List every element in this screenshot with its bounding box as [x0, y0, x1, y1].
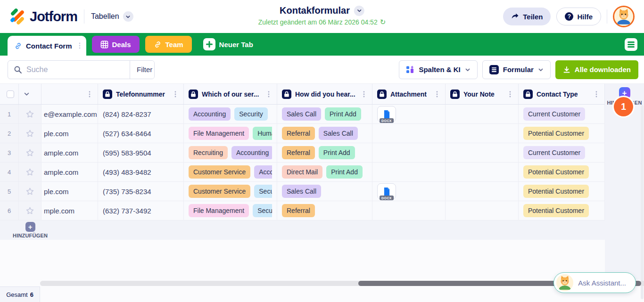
- cell-attachment[interactable]: [372, 143, 446, 162]
- cell-email[interactable]: ample.com: [41, 143, 98, 162]
- cell-attachment[interactable]: DOCX: [372, 182, 446, 201]
- tabellen-dropdown[interactable]: Tabellen: [91, 11, 133, 22]
- tag-chip[interactable]: Securi: [254, 185, 272, 198]
- tag-chip[interactable]: Referral: [282, 127, 315, 140]
- tag-chip[interactable]: Current Customer: [523, 107, 585, 121]
- tag-chip[interactable]: Print Add: [326, 165, 363, 179]
- share-button[interactable]: Teilen: [503, 8, 551, 25]
- cell-services[interactable]: RecruitingAccounting: [184, 143, 277, 162]
- tag-chip[interactable]: Accou: [254, 165, 272, 179]
- jotform-logo[interactable]: Jotform: [8, 8, 77, 25]
- tag-chip[interactable]: Accounting: [231, 146, 272, 159]
- columns-ai-button[interactable]: Spalten & KI: [399, 60, 477, 79]
- tag-chip[interactable]: File Management: [189, 127, 249, 140]
- star-icon[interactable]: [25, 148, 34, 157]
- docx-file-icon[interactable]: DOCX: [377, 183, 396, 199]
- tab-team[interactable]: Team: [145, 36, 192, 53]
- tag-chip[interactable]: Direct Mail: [282, 165, 322, 179]
- cell-contact_type[interactable]: Potential Customer: [519, 124, 605, 143]
- download-all-button[interactable]: Alle downloaden: [555, 60, 638, 79]
- cell-contact_type[interactable]: Current Customer: [519, 143, 605, 162]
- column-header-email[interactable]: [41, 84, 98, 104]
- cell-select[interactable]: 6: [0, 201, 19, 220]
- kebab-menu-icon[interactable]: [86, 90, 93, 98]
- cell-select[interactable]: 1: [0, 105, 19, 123]
- cell-note[interactable]: [446, 143, 519, 162]
- cell-heard[interactable]: Sales CallPrint Add: [277, 105, 372, 123]
- cell-contact_type[interactable]: Potential Customer: [519, 182, 605, 201]
- chevron-down-icon[interactable]: [24, 91, 30, 97]
- cell-attachment[interactable]: [372, 201, 446, 220]
- tab-contact-form[interactable]: Contact Form: [8, 36, 86, 56]
- kebab-menu-icon[interactable]: [434, 90, 440, 98]
- star-icon[interactable]: [25, 187, 34, 196]
- tag-chip[interactable]: Customer Service: [189, 165, 250, 179]
- title-chevron-down-icon[interactable]: [354, 6, 364, 16]
- tag-chip[interactable]: Print Add: [319, 146, 355, 159]
- tag-chip[interactable]: Sales Call: [282, 107, 321, 121]
- tag-chip[interactable]: Print Add: [325, 107, 361, 121]
- star-icon[interactable]: [25, 168, 34, 177]
- cell-email[interactable]: mple.com: [41, 201, 98, 220]
- cell-select[interactable]: 3: [0, 143, 19, 162]
- cell-phone[interactable]: (632) 737-3492: [98, 201, 184, 220]
- vertical-scrollbar[interactable]: [641, 105, 644, 299]
- tag-chip[interactable]: Current Customer: [523, 146, 585, 159]
- search-input[interactable]: [26, 65, 124, 74]
- cell-attachment[interactable]: [372, 124, 446, 143]
- cell-services[interactable]: File ManagementSecurit: [184, 201, 277, 220]
- column-header-heard[interactable]: How did you hear...: [277, 84, 372, 104]
- star-icon[interactable]: [25, 110, 34, 119]
- cell-email[interactable]: e@example.com: [41, 105, 98, 123]
- star-icon[interactable]: [25, 129, 34, 138]
- user-avatar[interactable]: [613, 6, 635, 27]
- column-header-note[interactable]: Your Note: [446, 84, 519, 104]
- tag-chip[interactable]: Securit: [253, 204, 272, 217]
- cell-star[interactable]: [19, 163, 41, 181]
- column-header-phone[interactable]: Telefonnummer: [98, 84, 184, 104]
- tag-chip[interactable]: Potential Customer: [523, 127, 589, 140]
- kebab-menu-icon[interactable]: [361, 90, 367, 98]
- cell-phone[interactable]: (527) 634-8464: [98, 124, 184, 143]
- kebab-menu-icon[interactable]: [507, 90, 513, 98]
- onboarding-badge[interactable]: 1: [614, 97, 633, 116]
- tab-deals[interactable]: Deals: [92, 36, 140, 53]
- column-header-star[interactable]: [19, 84, 41, 104]
- filter-button[interactable]: Filter: [130, 61, 155, 79]
- cell-select[interactable]: 2: [0, 124, 19, 143]
- column-header-contact_type[interactable]: Contact Type: [519, 84, 605, 104]
- tag-chip[interactable]: Referral: [282, 204, 315, 217]
- column-header-attachment[interactable]: Attachment: [372, 84, 446, 104]
- ask-assistant-button[interactable]: Ask Assistant...: [553, 272, 636, 293]
- kebab-menu-icon[interactable]: [172, 90, 179, 98]
- column-header-select[interactable]: [0, 84, 19, 104]
- tag-chip[interactable]: Sales Call: [319, 127, 358, 140]
- cell-contact_type[interactable]: Potential Customer: [519, 163, 605, 181]
- tab-new[interactable]: Neuer Tab: [199, 36, 257, 53]
- cell-note[interactable]: [446, 105, 519, 123]
- cell-note[interactable]: [446, 124, 519, 143]
- cell-note[interactable]: [446, 182, 519, 201]
- cell-heard[interactable]: Direct MailPrint Add: [277, 163, 372, 181]
- cell-services[interactable]: Customer ServiceAccou: [184, 163, 277, 181]
- add-row-button[interactable]: + HINZUFÜGEN: [13, 220, 48, 240]
- tag-chip[interactable]: File Management: [189, 204, 249, 217]
- cell-star[interactable]: [19, 105, 41, 123]
- cell-email[interactable]: ple.com: [41, 182, 98, 201]
- cell-attachment[interactable]: [372, 163, 446, 181]
- tag-chip[interactable]: Recruiting: [189, 146, 228, 159]
- cell-heard[interactable]: ReferralPrint Add: [277, 143, 372, 162]
- cell-star[interactable]: [19, 124, 41, 143]
- cell-services[interactable]: AccountingSecurity: [184, 105, 277, 123]
- kebab-menu-icon[interactable]: [593, 90, 600, 98]
- cell-services[interactable]: Customer ServiceSecuri: [184, 182, 277, 201]
- tag-chip[interactable]: Customer Service: [189, 185, 250, 198]
- column-header-services[interactable]: Which of our ser...: [184, 84, 277, 104]
- cell-contact_type[interactable]: Potential Customer: [519, 201, 605, 220]
- kebab-menu-icon[interactable]: [265, 90, 272, 98]
- tag-chip[interactable]: Accounting: [189, 107, 231, 121]
- cell-heard[interactable]: Sales Call: [277, 182, 372, 201]
- star-icon[interactable]: [25, 206, 34, 215]
- tag-chip[interactable]: Potential Customer: [523, 165, 589, 179]
- cell-phone[interactable]: (735) 735-8234: [98, 182, 184, 201]
